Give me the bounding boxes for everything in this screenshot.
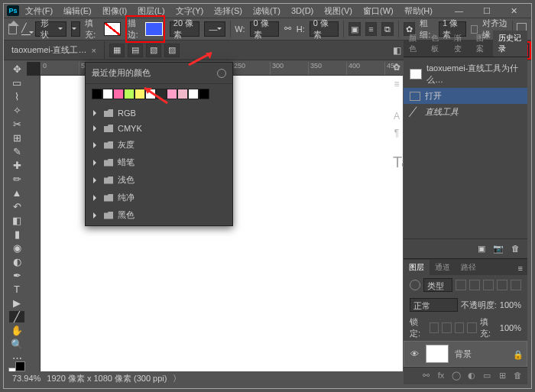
visibility-eye-icon[interactable]: 👁 [410, 349, 420, 358]
fill-swatch[interactable] [104, 22, 121, 36]
swatch[interactable] [124, 89, 135, 99]
filter-adj-icon[interactable] [469, 280, 480, 290]
blend-mode-dropdown[interactable]: 正常 [410, 298, 458, 312]
zoom-tool[interactable]: 🔍 [9, 339, 24, 350]
menu-type[interactable]: 文字(Y) [171, 4, 209, 18]
layer-row-background[interactable]: 👁 背景 🔒 [404, 341, 527, 367]
window-close[interactable]: ✕ [506, 5, 522, 18]
collapsed-panel-icon-1[interactable]: ◧ [391, 45, 403, 57]
snapshot-icon[interactable]: ▣ [478, 244, 485, 254]
width-field[interactable]: 0 像素 [250, 21, 280, 37]
collapsed-panel-icon-5[interactable]: ¶ [391, 128, 403, 140]
swatch[interactable] [135, 89, 145, 99]
eraser-tool[interactable]: ◧ [9, 215, 24, 226]
arrange-icon[interactable]: ⧉ [381, 22, 394, 36]
path-ops-icon[interactable]: ▣ [349, 22, 361, 36]
group-gray[interactable]: 灰度 [86, 136, 232, 154]
delete-layer-icon[interactable]: 🗑 [512, 371, 523, 381]
pen-tool[interactable]: ✒ [9, 270, 24, 281]
filter-pixmap-icon[interactable] [456, 280, 466, 290]
shape-mode-dropdown[interactable]: 形状 [35, 21, 66, 37]
healing-tool[interactable]: ✚ [9, 160, 24, 171]
menu-view[interactable]: 视图(V) [319, 4, 357, 18]
viewmode-3[interactable]: ▧ [146, 44, 161, 57]
group-light[interactable]: 浅色 [86, 171, 232, 189]
frame-tool[interactable]: ⊞ [9, 132, 24, 144]
lock-px-icon[interactable] [430, 322, 439, 333]
filter-type-icon[interactable] [483, 280, 494, 290]
trash-icon[interactable]: 🗑 [511, 244, 520, 254]
align-icon[interactable]: ≡ [365, 22, 378, 36]
viewmode-4[interactable]: ▨ [164, 44, 180, 57]
stroke-swatch[interactable] [145, 22, 162, 36]
tab-patterns[interactable]: 图案 [471, 31, 493, 57]
lasso-tool[interactable]: ⌇ [9, 91, 24, 102]
blur-tool[interactable]: ◉ [9, 242, 24, 254]
viewmode-2[interactable]: ▤ [128, 44, 143, 57]
move-tool[interactable]: ✥ [9, 63, 24, 75]
swatch[interactable] [188, 89, 199, 99]
info-chevron-icon[interactable]: 〉 [173, 373, 181, 384]
home-icon[interactable] [8, 24, 17, 34]
menu-filter[interactable]: 滤镜(T) [248, 4, 285, 18]
lock-pos-icon[interactable] [442, 322, 452, 333]
filter-smart-icon[interactable] [511, 280, 521, 290]
history-step-open[interactable]: 打开 [404, 88, 527, 104]
panel-menu-icon[interactable]: ≡ [514, 261, 527, 275]
menu-file[interactable]: 文件(F) [21, 4, 57, 18]
group-rgb[interactable]: RGB [86, 105, 232, 121]
adjustment-icon[interactable]: ◐ [466, 371, 477, 381]
layer-fx-icon[interactable]: fx [436, 371, 446, 381]
eyedropper-tool[interactable]: ✎ [9, 146, 24, 157]
link-wh-icon[interactable]: ⚯ [284, 24, 292, 34]
tab-color[interactable]: 颜色 [404, 31, 426, 57]
collapsed-panel-icon-2[interactable]: ✿ [391, 62, 403, 74]
collapsed-panel-icon-4[interactable]: A [391, 111, 403, 123]
group-pure[interactable]: 纯净 [86, 189, 232, 206]
new-layer-icon[interactable]: ⊞ [497, 371, 507, 381]
swatch[interactable] [145, 89, 156, 99]
group-black[interactable]: 黑色 [86, 206, 232, 224]
group-icon[interactable]: ▭ [481, 371, 492, 381]
viewmode-1[interactable]: ▦ [109, 44, 125, 57]
history-document-row[interactable]: taoxuemei-直线工具为什么… [404, 60, 527, 88]
camera-icon[interactable]: 📷 [493, 244, 504, 254]
marquee-tool[interactable]: ▭ [9, 77, 24, 89]
zoom-level[interactable]: 73.94% [12, 374, 41, 383]
tab-history[interactable]: 历史记录 [493, 31, 527, 57]
menu-edit[interactable]: 编辑(E) [59, 4, 96, 18]
height-field[interactable]: 0 像素 [310, 21, 339, 37]
menu-help[interactable]: 帮助(H) [400, 4, 437, 18]
filter-kind-dropdown[interactable]: 类型 [423, 278, 452, 292]
window-maximize[interactable]: ☐ [478, 5, 495, 18]
crop-tool[interactable]: ✂ [9, 118, 24, 130]
window-minimize[interactable]: — [450, 5, 468, 18]
swatch[interactable] [156, 89, 167, 99]
lock-all-icon[interactable] [467, 322, 477, 333]
link-layers-icon[interactable]: ⚯ [420, 371, 431, 381]
gradient-tool[interactable]: ▮ [9, 228, 24, 240]
path-select-tool[interactable]: ▶ [9, 297, 24, 309]
menu-window[interactable]: 窗口(W) [358, 4, 398, 18]
swatch[interactable] [102, 89, 113, 99]
tab-channels[interactable]: 通道 [430, 260, 456, 275]
swatch[interactable] [177, 89, 188, 99]
swatch[interactable] [199, 89, 209, 99]
app-icon[interactable]: Ps [7, 5, 19, 16]
line-tool[interactable]: ╱ [9, 311, 24, 322]
dodge-tool[interactable]: ◐ [9, 256, 24, 267]
stroke-style-dropdown[interactable]: — [204, 21, 225, 37]
tab-gradients[interactable]: 渐变 [449, 31, 471, 57]
hand-tool[interactable]: ✋ [9, 325, 24, 336]
filter-shape-icon[interactable] [497, 280, 507, 290]
menu-select[interactable]: 选择(S) [209, 4, 247, 18]
opacity-value[interactable]: 100% [500, 300, 521, 309]
tab-layers[interactable]: 图层 [404, 260, 430, 275]
shape-mode-chevron[interactable] [71, 21, 81, 37]
lock-art-icon[interactable] [455, 322, 465, 333]
type-tool[interactable]: T [9, 283, 24, 295]
swatch[interactable] [167, 89, 177, 99]
fill-value[interactable]: 100% [500, 323, 521, 332]
history-step-linetool[interactable]: ╱ 直线工具 [404, 104, 527, 120]
brush-tool[interactable]: ✏ [9, 173, 24, 185]
